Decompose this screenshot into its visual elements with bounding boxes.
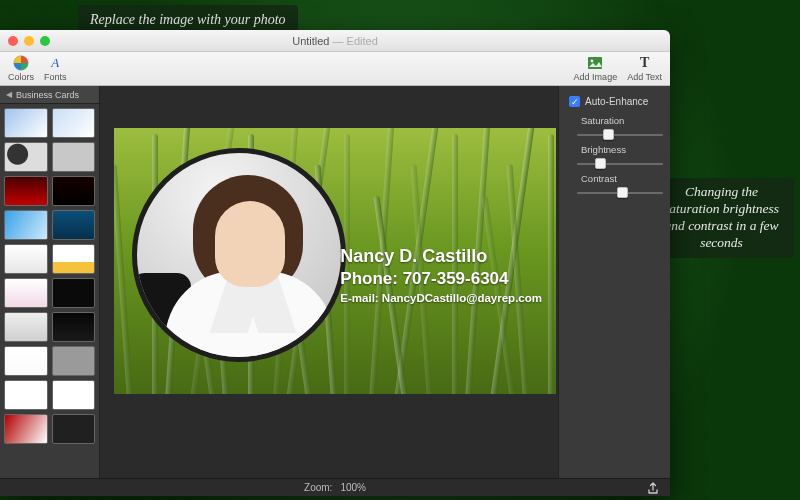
slider-knob[interactable] xyxy=(603,129,614,140)
slider-row-saturation: Saturation xyxy=(569,115,660,142)
grass-blade xyxy=(548,134,554,394)
template-thumb[interactable] xyxy=(4,108,48,138)
template-thumb[interactable] xyxy=(4,380,48,410)
toolbar-label: Fonts xyxy=(44,72,67,82)
template-thumb[interactable] xyxy=(4,210,48,240)
slider-knob[interactable] xyxy=(595,158,606,169)
sidebar-heading: Business Cards xyxy=(16,90,79,100)
text-icon: T xyxy=(637,55,653,71)
properties-panel: ✓ Auto-Enhance SaturationBrightnessContr… xyxy=(558,86,670,478)
template-thumb[interactable] xyxy=(4,312,48,342)
svg-rect-1 xyxy=(588,57,602,69)
zoom-value[interactable]: 100% xyxy=(340,482,366,493)
template-thumb[interactable] xyxy=(4,244,48,274)
card-text-block[interactable]: Nancy D. Castillo Phone: 707-359-6304 E-… xyxy=(340,246,542,304)
app-window: Untitled — Edited Colors A Fonts xyxy=(0,30,670,496)
auto-enhance-row[interactable]: ✓ Auto-Enhance xyxy=(569,96,660,107)
slider-knob[interactable] xyxy=(617,187,628,198)
template-thumb[interactable] xyxy=(4,346,48,376)
sidebar-heading-row[interactable]: ◀ Business Cards xyxy=(0,86,99,104)
card-email: E-mail: NancyDCastillo@dayrep.com xyxy=(340,292,542,304)
title-main: Untitled xyxy=(292,35,329,47)
template-thumb[interactable] xyxy=(52,108,96,138)
checkbox-checked-icon[interactable]: ✓ xyxy=(569,96,580,107)
business-card-canvas[interactable]: Nancy D. Castillo Phone: 707-359-6304 E-… xyxy=(114,128,556,394)
image-icon xyxy=(587,55,603,71)
saturation-slider[interactable] xyxy=(577,128,663,142)
slider-label: Saturation xyxy=(569,115,660,126)
template-thumb[interactable] xyxy=(52,210,96,240)
fonts-icon: A xyxy=(47,55,63,71)
template-thumb[interactable] xyxy=(52,176,96,206)
svg-point-2 xyxy=(591,60,594,63)
toolbar: Colors A Fonts Add Image T Add Text xyxy=(0,52,670,86)
toolbar-label: Colors xyxy=(8,72,34,82)
callout-text: Changing the saturation brightness and c… xyxy=(664,184,779,250)
portrait-placeholder[interactable] xyxy=(132,148,346,362)
template-thumb[interactable] xyxy=(4,278,48,308)
slider-track xyxy=(577,163,663,165)
slider-track xyxy=(577,134,663,136)
slider-row-brightness: Brightness xyxy=(569,144,660,171)
template-thumb[interactable] xyxy=(52,346,96,376)
template-sidebar: ◀ Business Cards xyxy=(0,86,100,478)
toolbar-label: Add Image xyxy=(574,72,618,82)
colors-button[interactable]: Colors xyxy=(8,55,34,82)
template-thumb[interactable] xyxy=(52,380,96,410)
auto-enhance-label: Auto-Enhance xyxy=(585,96,648,107)
callout-adjustments: Changing the saturation brightness and c… xyxy=(649,178,794,258)
template-thumb[interactable] xyxy=(4,414,48,444)
slider-label: Contrast xyxy=(569,173,660,184)
brightness-slider[interactable] xyxy=(577,157,663,171)
template-thumb[interactable] xyxy=(52,244,96,274)
zoom-label: Zoom: xyxy=(304,482,332,493)
slider-row-contrast: Contrast xyxy=(569,173,660,200)
template-grid xyxy=(0,104,99,478)
slider-label: Brightness xyxy=(569,144,660,155)
contrast-slider[interactable] xyxy=(577,186,663,200)
titlebar: Untitled — Edited xyxy=(0,30,670,52)
card-phone: Phone: 707-359-6304 xyxy=(340,269,542,289)
canvas-area: Nancy D. Castillo Phone: 707-359-6304 E-… xyxy=(100,86,558,478)
template-thumb[interactable] xyxy=(52,312,96,342)
add-text-button[interactable]: T Add Text xyxy=(627,55,662,82)
title-suffix: — Edited xyxy=(329,35,377,47)
callout-text: Replace the image with your photo xyxy=(90,12,286,27)
template-thumb[interactable] xyxy=(52,278,96,308)
status-bar: Zoom: 100% xyxy=(0,478,670,496)
template-thumb[interactable] xyxy=(4,142,48,172)
face-shape xyxy=(215,201,285,287)
color-wheel-icon xyxy=(13,55,29,71)
grass-blade xyxy=(114,164,134,394)
share-icon[interactable] xyxy=(646,481,660,496)
fonts-button[interactable]: A Fonts xyxy=(44,55,67,82)
toolbar-label: Add Text xyxy=(627,72,662,82)
template-thumb[interactable] xyxy=(4,176,48,206)
template-thumb[interactable] xyxy=(52,142,96,172)
chevron-left-icon: ◀ xyxy=(6,90,12,99)
window-title: Untitled — Edited xyxy=(0,35,670,47)
card-name: Nancy D. Castillo xyxy=(340,246,542,267)
template-thumb[interactable] xyxy=(52,414,96,444)
add-image-button[interactable]: Add Image xyxy=(574,55,618,82)
